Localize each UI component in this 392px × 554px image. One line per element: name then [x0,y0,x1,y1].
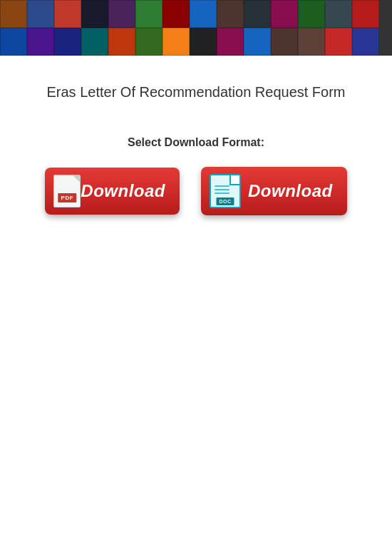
select-format-label: Select Download Format: [128,136,264,149]
banner-cell [54,28,81,56]
banner-cell [271,0,298,28]
banner-cell [108,28,135,56]
banner-cell [190,0,217,28]
banner-cell [27,28,54,56]
banner-cell [298,0,325,28]
banner-cell [163,28,190,56]
banner-cell [135,28,163,56]
banner-cell [27,0,54,28]
banner-cell [81,0,108,28]
pdf-download-button[interactable]: PDF Download [45,168,180,215]
banner-cell [271,28,298,56]
banner-cell [244,28,271,56]
banner-cell [190,28,217,56]
banner-cell [108,0,135,28]
banner-cell [325,28,352,56]
doc-download-label: Download [248,181,333,201]
pdf-type-label: PDF [58,193,77,202]
pdf-download-label: Download [81,181,165,201]
banner-cell [0,28,27,56]
doc-line [215,193,229,194]
doc-line [215,185,229,187]
doc-file-icon: DOC [210,174,241,208]
main-content: Eras Letter Of Recommendation Request Fo… [0,56,392,230]
banner-cell [163,0,190,28]
banner-cell [0,0,27,28]
pdf-file-icon: PDF [53,175,81,207]
page-title: Eras Letter Of Recommendation Request Fo… [46,84,345,101]
doc-type-label: DOC [216,198,234,205]
banner-strip [0,0,392,56]
banner-cell [217,28,244,56]
banner-cell [298,28,325,56]
banner-cell [135,0,163,28]
banner-cell [244,0,271,28]
doc-fold-corner [231,175,239,184]
doc-line [215,189,229,190]
doc-download-button[interactable]: DOC Download [201,167,347,215]
download-buttons-container: PDF Download DOC Download [45,167,346,215]
banner-cell [352,0,379,28]
banner-cell [54,0,81,28]
banner-cell [352,28,379,56]
banner-cell [81,28,108,56]
doc-lines [215,185,229,196]
banner-cell [217,0,244,28]
banner-cell [325,0,352,28]
